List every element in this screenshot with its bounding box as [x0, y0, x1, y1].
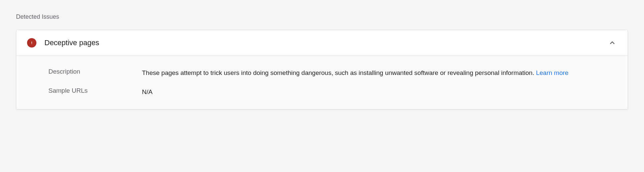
description-row: Description These pages attempt to trick… [48, 68, 617, 78]
chevron-up-icon[interactable] [608, 38, 617, 48]
sample-urls-row: Sample URLs N/A [48, 87, 617, 97]
description-label: Description [48, 68, 142, 75]
issue-card-header[interactable]: Deceptive pages [16, 30, 628, 56]
issue-card: Deceptive pages Description These pages … [16, 30, 628, 109]
description-value: These pages attempt to trick users into … [142, 68, 617, 78]
sample-urls-label: Sample URLs [48, 87, 142, 94]
description-text: These pages attempt to trick users into … [142, 69, 536, 76]
sample-urls-value: N/A [142, 87, 617, 97]
issue-card-body: Description These pages attempt to trick… [16, 56, 628, 109]
learn-more-link[interactable]: Learn more [536, 69, 569, 76]
error-icon [27, 38, 36, 48]
section-title: Detected Issues [16, 13, 628, 20]
issue-title: Deceptive pages [44, 38, 608, 47]
